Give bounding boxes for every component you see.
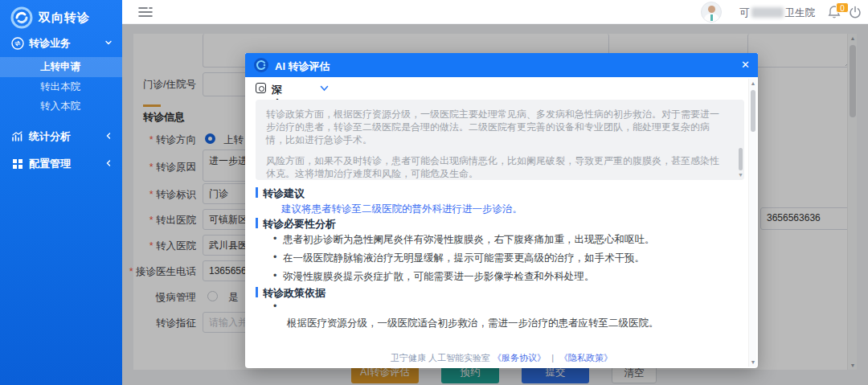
transfer-icon — [11, 37, 24, 50]
necessity-bullet: 患者初步诊断为急性阑尾炎伴有弥漫性腹膜炎，右下腹疼痛加重，出现恶心和呕吐。 — [283, 233, 655, 247]
modal-header: AI 转诊评估 ✕ — [245, 53, 758, 77]
necessity-bullet: 在一级医院静脉输液治疗无明显缓解，提示可能需要更高级的治疗，如手术干预。 — [283, 252, 645, 265]
redacted-text — [751, 7, 784, 18]
sidebar-item-transfer-in[interactable]: 转入本院 — [0, 96, 122, 117]
hospital-name-suffix: 卫生院 — [785, 7, 816, 18]
sidebar: 双向转诊 转诊业务 上转申请 转出本院 转入本院 统计分析 — [0, 0, 122, 385]
close-icon[interactable]: ✕ — [741, 59, 750, 71]
think-box-scroll-down-icon[interactable]: ▼ — [738, 172, 743, 178]
footer-org-text: 卫宁健康 人工智能实验室 — [391, 353, 490, 362]
chevron-left-icon — [104, 132, 113, 140]
service-agreement-link[interactable]: 《服务协议》 — [493, 353, 546, 362]
privacy-policy-link[interactable]: 《隐私政策》 — [559, 353, 612, 362]
chevron-left-icon — [104, 159, 113, 167]
sidebar-subitem-label: 转出本院 — [40, 81, 80, 92]
notification-bell-icon[interactable]: 0 — [828, 5, 841, 21]
hospital-name: 可卫生院 — [739, 6, 815, 20]
suggestion-text: 建议将患者转诊至二级医院的普外科进行进一步诊治。 — [281, 203, 522, 216]
sidebar-item-upward-apply[interactable]: 上转申请 — [0, 57, 122, 77]
modal-scrollbar[interactable]: ▲ ▼ — [748, 79, 756, 367]
hospital-name-prefix: 可 — [739, 7, 750, 18]
modal-title: AI 转诊评估 — [275, 59, 330, 74]
sidebar-subitem-label: 上转申请 — [40, 61, 80, 72]
app-logo-icon — [10, 6, 33, 29]
think-paragraph: 转诊政策方面，根据医疗资源分级，一级医院主要处理常见病、多发病和急性病的初步救治… — [266, 108, 727, 146]
section-title: 转诊建议 — [263, 186, 305, 201]
sidebar-item-configuration[interactable]: 配置管理 — [0, 153, 122, 175]
sidebar-fold-icon[interactable] — [138, 6, 153, 18]
app-logo-row: 双向转诊 — [0, 0, 122, 35]
chevron-down-icon — [104, 39, 113, 47]
logout-power-icon[interactable] — [849, 6, 862, 21]
policy-text: 根据医疗资源分级，一级医院适合初步救治，需进一步治疗的患者应转至二级医院。 — [287, 317, 659, 330]
ai-logo-icon — [253, 57, 269, 73]
grid-icon — [11, 158, 24, 170]
sidebar-subitem-label: 转入本院 — [40, 100, 80, 112]
deep-think-icon — [256, 83, 266, 93]
section-title: 转诊政策依据 — [263, 286, 326, 301]
necessity-bullet: 弥漫性腹膜炎提示炎症扩散，可能需要进一步影像学检查和外科处理。 — [283, 270, 595, 284]
app-title: 双向转诊 — [39, 10, 90, 26]
user-avatar[interactable] — [701, 2, 722, 23]
footer-separator: | — [551, 353, 554, 362]
sidebar-item-referral-business[interactable]: 转诊业务 — [0, 32, 122, 55]
modal-footer: 卫宁健康 人工智能实验室 《服务协议》 | 《隐私政策》 — [245, 352, 758, 364]
deep-think-content: 转诊政策方面，根据医疗资源分级，一级医院主要处理常见病、多发病和急性病的初步救治… — [256, 100, 744, 180]
sidebar-item-transfer-out[interactable]: 转出本院 — [0, 77, 122, 97]
topbar: 可卫生院 0 — [122, 0, 868, 24]
sidebar-item-label: 统计分析 — [29, 125, 71, 148]
chevron-down-icon — [320, 85, 329, 92]
ai-evaluation-modal: AI 转诊评估 ✕ 深度思考 转诊政策方面，根据医疗资源分级，一级医院主要处理常… — [245, 53, 758, 368]
think-paragraph: 风险方面，如果不及时转诊，患者可能会出现病情恶化，比如阑尾破裂，导致更严重的腹膜… — [266, 154, 727, 180]
stats-chart-icon — [11, 130, 24, 143]
notification-badge: 0 — [836, 2, 849, 13]
think-box-scrollbar[interactable] — [739, 148, 743, 170]
sidebar-item-label: 转诊业务 — [29, 32, 71, 55]
sidebar-item-statistics[interactable]: 统计分析 — [0, 125, 122, 148]
section-title: 转诊必要性分析 — [263, 217, 336, 231]
sidebar-item-label: 配置管理 — [29, 153, 71, 175]
